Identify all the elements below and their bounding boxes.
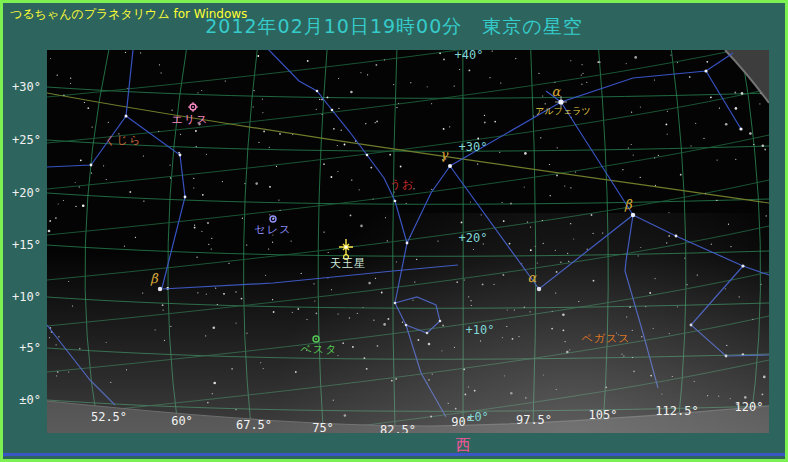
star [726, 345, 727, 346]
star [641, 336, 642, 337]
named-star [179, 154, 182, 157]
star [744, 396, 747, 399]
star [593, 233, 594, 234]
azimuth-axis-label: 120° [735, 400, 764, 414]
star [265, 275, 266, 276]
star [359, 189, 360, 190]
star [279, 133, 281, 135]
star [573, 238, 574, 239]
direction-label-west: 西 [456, 436, 471, 454]
star [739, 296, 740, 297]
star [125, 52, 126, 53]
star [535, 246, 536, 247]
named-star [394, 200, 397, 203]
star [734, 92, 736, 94]
star [499, 152, 500, 153]
star [110, 382, 111, 383]
star [593, 280, 595, 282]
star [484, 115, 485, 116]
star [349, 317, 350, 318]
star [629, 306, 631, 308]
star [468, 296, 469, 297]
star [194, 227, 196, 229]
star [278, 200, 279, 201]
star [368, 282, 371, 285]
star [273, 311, 275, 313]
declination-label: ±0° [467, 410, 489, 424]
star [206, 294, 207, 295]
star [351, 180, 352, 181]
star [551, 328, 553, 330]
star [272, 299, 273, 300]
star [463, 368, 465, 370]
star [50, 58, 51, 59]
star [530, 311, 531, 312]
star [493, 284, 494, 285]
star [668, 212, 669, 213]
azimuth-axis-label: 60° [171, 414, 193, 428]
star [172, 110, 173, 111]
star [762, 394, 764, 396]
star [206, 154, 207, 155]
azimuth-axis-label: 75° [312, 421, 334, 435]
star [564, 185, 565, 186]
star [524, 152, 527, 155]
star-chart[interactable]: 52.5°60°67.5°75°82.5°90°97.5°105°112.5°1… [3, 3, 788, 462]
star [215, 288, 216, 289]
star [246, 333, 247, 334]
star [263, 131, 265, 133]
star [103, 165, 104, 166]
star [55, 217, 57, 219]
star [661, 393, 662, 394]
star [129, 191, 131, 193]
star [197, 292, 198, 293]
star [431, 103, 432, 104]
star [394, 192, 395, 193]
star [468, 386, 469, 387]
star [338, 78, 339, 79]
star [633, 370, 635, 372]
star [689, 76, 691, 78]
star [666, 242, 667, 243]
star [223, 293, 225, 295]
star [373, 198, 374, 199]
star [364, 357, 366, 359]
star [570, 223, 571, 224]
star [331, 289, 332, 290]
star [512, 338, 514, 340]
sky-object-label: アルフェラツ [535, 106, 590, 116]
star [640, 247, 641, 248]
star [581, 84, 582, 85]
star [79, 348, 80, 349]
star [170, 177, 171, 178]
star [621, 354, 622, 355]
star [412, 300, 413, 301]
star [217, 304, 218, 305]
named-star [366, 154, 369, 157]
declination-label: +30° [459, 140, 488, 154]
star [197, 257, 198, 258]
star [632, 357, 633, 358]
star [92, 127, 93, 128]
star [543, 243, 544, 244]
star [57, 371, 59, 373]
star [337, 145, 338, 146]
star [428, 343, 431, 346]
star [194, 225, 195, 226]
star [628, 147, 629, 148]
star [213, 327, 216, 330]
star [762, 144, 765, 147]
star [58, 336, 59, 337]
star [211, 248, 212, 249]
star [640, 106, 641, 107]
star [56, 344, 57, 345]
star [766, 215, 767, 216]
star [180, 134, 181, 135]
star [63, 95, 64, 96]
star [557, 147, 558, 148]
star [68, 281, 69, 282]
greek-star-label: α [528, 270, 538, 285]
star [439, 52, 441, 54]
altitude-axis-label: +30° [12, 80, 41, 94]
named-star [405, 324, 408, 327]
